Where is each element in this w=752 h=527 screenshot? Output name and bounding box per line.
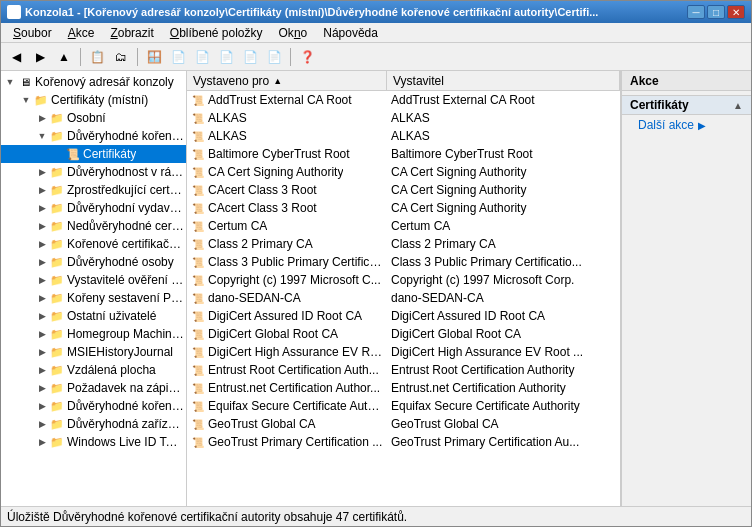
toolbar-btn-5[interactable]: 📄 <box>191 46 213 68</box>
show-hide-button[interactable]: 📋 <box>86 46 108 68</box>
list-row[interactable]: 📜Certum CACertum CA <box>187 217 620 235</box>
help-button[interactable]: ❓ <box>296 46 318 68</box>
menu-oblibene[interactable]: Oblíbené položky <box>162 24 271 42</box>
toolbar-btn-2[interactable]: 🗂 <box>110 46 132 68</box>
list-body[interactable]: 📜AddTrust External CA RootAddTrust Exter… <box>187 91 620 506</box>
maximize-button[interactable]: □ <box>707 5 725 19</box>
tree-item-root[interactable]: ▼🖥Kořenový adresář konzoly <box>1 73 186 91</box>
tree-item-zprostredkujici[interactable]: ▶📁Zprostředkující certifika <box>1 181 186 199</box>
toolbar-btn-7[interactable]: 📄 <box>239 46 261 68</box>
tree-expander[interactable]: ▶ <box>35 291 49 305</box>
tree-expander[interactable]: ▼ <box>3 75 17 89</box>
new-window-button[interactable]: 🪟 <box>143 46 165 68</box>
menu-zobrazit[interactable]: Zobrazit <box>102 24 161 42</box>
tree-expander[interactable]: ▶ <box>35 219 49 233</box>
tree-expander[interactable]: ▶ <box>35 111 49 125</box>
tree-item-duveryhodne-koreny[interactable]: ▶📁Důvěryhodné kořeny čip <box>1 397 186 415</box>
forward-button[interactable]: ▶ <box>29 46 51 68</box>
tree-expander[interactable]: ▶ <box>35 381 49 395</box>
up-button[interactable]: ▲ <box>53 46 75 68</box>
list-row[interactable]: 📜ALKASALKAS <box>187 127 620 145</box>
tree-expander[interactable]: ▶ <box>35 417 49 431</box>
tree-expander[interactable]: ▶ <box>35 345 49 359</box>
col-header-issued-by[interactable]: Vystavitel <box>387 71 620 90</box>
toolbar-btn-6[interactable]: 📄 <box>215 46 237 68</box>
list-cell-issued-to: 📜Entrust Root Certification Auth... <box>187 362 387 378</box>
tree-item-vydavatele[interactable]: ▶📁Důvěryhodní vydavatelé <box>1 199 186 217</box>
issued-to-text: Baltimore CyberTrust Root <box>208 147 350 161</box>
tree-expander[interactable]: ▼ <box>19 93 33 107</box>
list-row[interactable]: 📜ALKASALKAS <box>187 109 620 127</box>
tree-expander[interactable]: ▶ <box>35 309 49 323</box>
tree-item-trusted-root[interactable]: ▼📁Důvěryhodné kořenové <box>1 127 186 145</box>
tree-item-msihistory[interactable]: ▶📁MSIEHistoryJournal <box>1 343 186 361</box>
tree-item-pozadavek[interactable]: ▶📁Požadavek na zápis cert <box>1 379 186 397</box>
tree-expander[interactable]: ▶ <box>35 237 49 251</box>
tree-item-duveryhodnost[interactable]: ▶📁Důvěryhodnost v rámci <box>1 163 186 181</box>
list-row[interactable]: 📜Baltimore CyberTrust RootBaltimore Cybe… <box>187 145 620 163</box>
toolbar-btn-4[interactable]: 📄 <box>167 46 189 68</box>
tree-expander[interactable]: ▶ <box>35 273 49 287</box>
tree-expander[interactable]: ▶ <box>35 201 49 215</box>
cert-icon: 📜 <box>191 93 205 107</box>
tree-expander[interactable]: ▶ <box>35 363 49 377</box>
tree-expander[interactable]: ▶ <box>35 327 49 341</box>
list-row[interactable]: 📜Copyright (c) 1997 Microsoft C...Copyri… <box>187 271 620 289</box>
issued-to-text: Entrust.net Certification Author... <box>208 381 380 395</box>
status-text: Úložiště Důvěryhodné kořenové certifikač… <box>7 510 407 524</box>
list-row[interactable]: 📜CA Cert Signing AuthorityCA Cert Signin… <box>187 163 620 181</box>
tree-expander[interactable] <box>51 147 65 161</box>
list-row[interactable]: 📜CAcert Class 3 RootCA Cert Signing Auth… <box>187 181 620 199</box>
tree-expander[interactable]: ▶ <box>35 255 49 269</box>
list-row[interactable]: 📜GeoTrust Primary Certification ...GeoTr… <box>187 433 620 451</box>
actions-section-title[interactable]: Certifikáty ▲ <box>622 95 751 115</box>
tree-item-korenove-cert[interactable]: ▶📁Kořenové certifikační au <box>1 235 186 253</box>
tree-expander[interactable]: ▼ <box>35 129 49 143</box>
tree-item-duveryhodne-osoby[interactable]: ▶📁Důvěryhodné osoby <box>1 253 186 271</box>
list-row[interactable]: 📜CAcert Class 3 RootCA Cert Signing Auth… <box>187 199 620 217</box>
issued-to-text: Entrust Root Certification Auth... <box>208 363 379 377</box>
tree-item-neduveryhodne[interactable]: ▶📁Nedůvěryhodné certifika <box>1 217 186 235</box>
list-row[interactable]: 📜AddTrust External CA RootAddTrust Exter… <box>187 91 620 109</box>
tree-item-vystavitele[interactable]: ▶📁Vystavitelé ověření klien <box>1 271 186 289</box>
col-header-issued-to[interactable]: Vystaveno pro ▲ <box>187 71 387 90</box>
tree-expander[interactable]: ▶ <box>35 183 49 197</box>
list-row[interactable]: 📜Entrust Root Certification Auth...Entru… <box>187 361 620 379</box>
toolbar-btn-8[interactable]: 📄 <box>263 46 285 68</box>
list-row[interactable]: 📜Entrust.net Certification Author...Entr… <box>187 379 620 397</box>
tree-item-windows-live-id[interactable]: ▶📁Windows Live ID Token <box>1 433 186 451</box>
issued-to-text: Class 2 Primary CA <box>208 237 313 251</box>
menu-soubor[interactable]: Soubor <box>5 24 60 42</box>
tree-item-duveryhodna-zarizeni[interactable]: ▶📁Důvěryhodná zařízení <box>1 415 186 433</box>
back-button[interactable]: ◀ <box>5 46 27 68</box>
list-row[interactable]: 📜DigiCert Assured ID Root CADigiCert Ass… <box>187 307 620 325</box>
tree-item-homegroup[interactable]: ▶📁Homegroup Machine C <box>1 325 186 343</box>
tree-item-ostatni[interactable]: ▶📁Ostatní uživatelé <box>1 307 186 325</box>
minimize-button[interactable]: ─ <box>687 5 705 19</box>
menu-akce[interactable]: Akce <box>60 24 103 42</box>
tree-panel[interactable]: ▼🖥Kořenový adresář konzoly▼📁Certifikáty … <box>1 71 187 506</box>
tree-label: Windows Live ID Token <box>67 435 184 449</box>
tree-label: Kořenový adresář konzoly <box>35 75 174 89</box>
list-row[interactable]: 📜DigiCert Global Root CADigiCert Global … <box>187 325 620 343</box>
tree-expander[interactable]: ▶ <box>35 435 49 449</box>
list-row[interactable]: 📜Class 3 Public Primary Certificat...Cla… <box>187 253 620 271</box>
menu-okno[interactable]: Okno <box>271 24 316 42</box>
list-row[interactable]: 📜dano-SEDAN-CAdano-SEDAN-CA <box>187 289 620 307</box>
tree-item-certs-local[interactable]: ▼📁Certifikáty (místní) <box>1 91 186 109</box>
tree-expander[interactable]: ▶ <box>35 165 49 179</box>
list-row[interactable]: 📜DigiCert High Assurance EV Ro...DigiCer… <box>187 343 620 361</box>
close-button[interactable]: ✕ <box>727 5 745 19</box>
list-row[interactable]: 📜GeoTrust Global CAGeoTrust Global CA <box>187 415 620 433</box>
menu-napoveda[interactable]: Nápověda <box>315 24 386 42</box>
tree-item-personal[interactable]: ▶📁Osobní <box>1 109 186 127</box>
list-row[interactable]: 📜Equifax Secure Certificate Autho...Equi… <box>187 397 620 415</box>
window-title: Konzola1 - [Kořenový adresář konzoly\Cer… <box>25 6 598 18</box>
list-row[interactable]: 📜Class 2 Primary CAClass 2 Primary CA <box>187 235 620 253</box>
tree-item-vzdalena[interactable]: ▶📁Vzdálená plocha <box>1 361 186 379</box>
actions-header: Akce <box>622 71 751 91</box>
tree-item-certifikaty[interactable]: 📜Certifikáty <box>1 145 186 163</box>
tree-expander[interactable]: ▶ <box>35 399 49 413</box>
tree-item-koreny-preview[interactable]: ▶📁Kořeny sestavení Preview <box>1 289 186 307</box>
actions-link-more[interactable]: Další akce ▶ <box>622 115 751 135</box>
